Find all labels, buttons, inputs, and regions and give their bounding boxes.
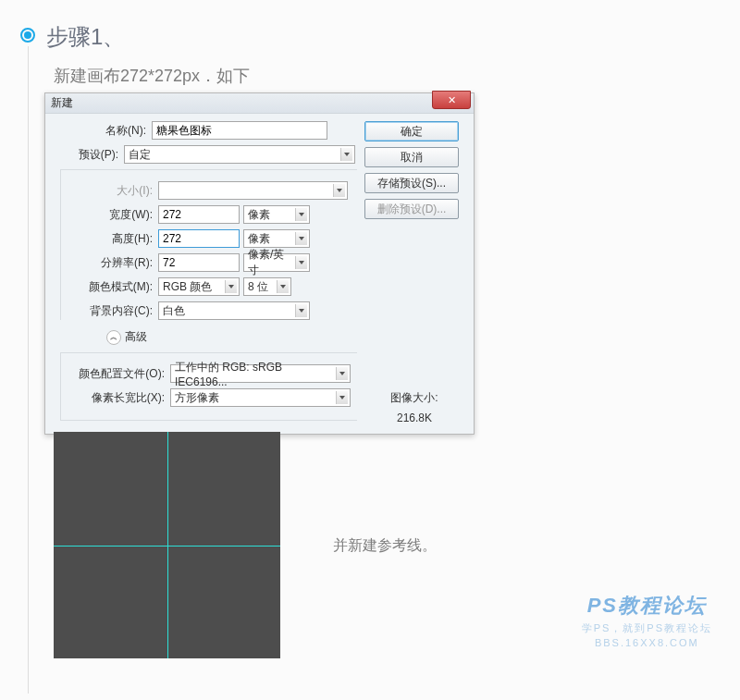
step-title: 步骤1、	[46, 22, 125, 52]
size-select	[158, 181, 348, 200]
chevron-down-icon	[336, 391, 348, 404]
chevron-down-icon	[295, 256, 307, 269]
watermark: PS教程论坛 学PS，就到PS教程论坛 BBS.16XX8.COM	[582, 592, 712, 648]
image-size-display: 图像大小: 216.8K	[364, 390, 464, 424]
label-color-mode: 颜色模式(M):	[61, 279, 158, 295]
resolution-unit-select[interactable]: 像素/英寸	[243, 253, 310, 272]
label-height: 高度(H):	[61, 231, 158, 247]
chevron-down-icon	[295, 304, 307, 317]
chevron-down-icon	[336, 367, 348, 380]
chevron-down-icon	[295, 232, 307, 245]
watermark-sub: 学PS，就到PS教程论坛	[582, 621, 712, 635]
delete-preset-button: 删除预设(D)...	[364, 199, 459, 219]
label-width: 宽度(W):	[61, 207, 158, 223]
color-profile-value: 工作中的 RGB: sRGB IEC6196...	[175, 360, 336, 388]
close-button[interactable]: ✕	[432, 91, 471, 109]
label-pixel-aspect: 像素长宽比(X):	[61, 390, 170, 406]
label-size: 大小(I):	[61, 183, 158, 199]
chevron-down-icon	[225, 280, 237, 293]
label-name: 名称(N):	[55, 123, 152, 139]
horizontal-guide-line	[54, 546, 280, 546]
label-resolution: 分辨率(R):	[61, 255, 158, 271]
advanced-section-header[interactable]: ︽ 高级	[106, 329, 357, 345]
ok-button[interactable]: 确定	[364, 121, 459, 141]
canvas-preview	[54, 432, 280, 658]
height-input[interactable]	[158, 229, 240, 248]
guide-caption: 并新建参考线。	[333, 536, 437, 556]
bg-content-select[interactable]: 白色	[158, 301, 310, 320]
resolution-input[interactable]	[158, 253, 240, 272]
cancel-button[interactable]: 取消	[364, 147, 459, 167]
label-color-profile: 颜色配置文件(O):	[61, 366, 170, 382]
chevron-down-icon	[277, 280, 289, 293]
width-unit-select[interactable]: 像素	[243, 205, 310, 224]
chevron-down-icon	[340, 148, 352, 161]
bit-depth-value: 8 位	[248, 279, 268, 295]
color-profile-select[interactable]: 工作中的 RGB: sRGB IEC6196...	[170, 364, 351, 383]
height-unit-select[interactable]: 像素	[243, 229, 310, 248]
dialog-title: 新建	[51, 95, 73, 111]
preset-select[interactable]: 自定	[124, 145, 355, 164]
step-vertical-line	[28, 46, 29, 694]
watermark-title: PS教程论坛	[582, 592, 712, 620]
label-bg-content: 背景内容(C):	[61, 303, 158, 319]
width-input[interactable]	[158, 205, 240, 224]
chevron-down-icon	[295, 208, 307, 221]
save-preset-button[interactable]: 存储预设(S)...	[364, 173, 459, 193]
width-unit-value: 像素	[248, 207, 270, 223]
color-mode-select[interactable]: RGB 颜色	[158, 277, 240, 296]
image-size-value: 216.8K	[364, 411, 464, 424]
watermark-url: BBS.16XX8.COM	[582, 637, 712, 648]
collapse-icon: ︽	[106, 330, 121, 345]
close-icon: ✕	[448, 94, 456, 106]
chevron-down-icon	[333, 184, 345, 197]
pixel-aspect-value: 方形像素	[175, 390, 219, 406]
bg-content-value: 白色	[163, 303, 185, 319]
preset-value: 自定	[129, 147, 151, 163]
color-mode-value: RGB 颜色	[163, 279, 212, 295]
resolution-unit-value: 像素/英寸	[248, 247, 295, 278]
advanced-label: 高级	[125, 329, 147, 345]
dialog-titlebar: 新建 ✕	[45, 93, 474, 114]
bit-depth-select[interactable]: 8 位	[243, 277, 291, 296]
step-subtitle: 新建画布272*272px．如下	[54, 65, 250, 87]
new-document-dialog: 新建 ✕ 名称(N): 预设(P): 自定 大小(I):	[44, 92, 475, 435]
image-size-label: 图像大小:	[364, 390, 464, 406]
step-bullet	[20, 28, 35, 43]
name-input[interactable]	[152, 121, 327, 140]
pixel-aspect-select[interactable]: 方形像素	[170, 388, 351, 407]
height-unit-value: 像素	[248, 231, 270, 247]
label-preset: 预设(P):	[55, 147, 124, 163]
